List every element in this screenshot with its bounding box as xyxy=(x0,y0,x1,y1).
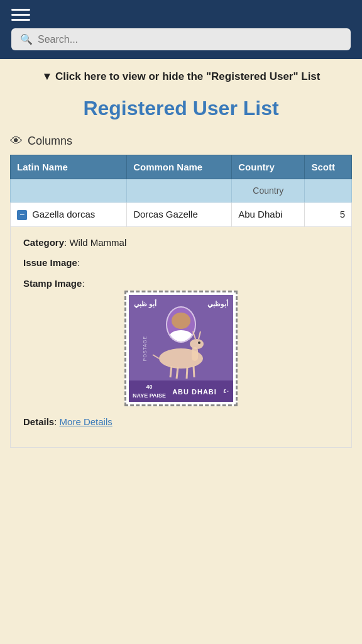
stamp-denomination: 40 xyxy=(146,384,153,390)
search-input[interactable] xyxy=(38,34,342,45)
col-header-scott: Scott xyxy=(305,155,352,179)
toggle-section[interactable]: ▼ Click here to view or hide the "Regist… xyxy=(10,59,352,91)
svg-line-4 xyxy=(199,331,200,339)
col-header-latin: Latin Name xyxy=(11,155,127,179)
stamp-arabic-denom: ٤٠ xyxy=(223,388,229,394)
search-icon: 🔍 xyxy=(20,33,33,45)
cell-common: Dorcas Gazelle xyxy=(127,202,232,226)
header: 🔍 xyxy=(0,0,362,59)
category-line: Category: Wild Mammal xyxy=(23,236,339,250)
menu-icon[interactable] xyxy=(11,9,30,21)
svg-point-2 xyxy=(190,339,204,349)
filter-country: Country xyxy=(232,179,305,202)
svg-line-8 xyxy=(194,366,194,377)
more-details-link[interactable]: More Details xyxy=(60,416,112,427)
category-label: Category xyxy=(23,237,64,248)
svg-line-5 xyxy=(170,366,172,377)
table-header-row: Latin Name Common Name Country Scott xyxy=(11,155,352,179)
details-label: Details xyxy=(23,416,54,427)
col-header-country: Country xyxy=(232,155,305,179)
svg-line-9 xyxy=(153,355,159,358)
stamp-image-line: Stamp Image: أبو ظبي أبوظبي POSTAGE xyxy=(23,277,339,407)
svg-line-7 xyxy=(187,367,187,379)
issue-image-label: Issue Image xyxy=(23,257,77,268)
detail-cell: Category: Wild Mammal Issue Image: Stamp… xyxy=(11,226,352,447)
collapse-icon[interactable]: − xyxy=(17,210,27,220)
columns-row: 👁 Columns xyxy=(10,130,352,155)
stamp-unit: NAYE PAISE xyxy=(133,392,166,399)
detail-row: Category: Wild Mammal Issue Image: Stamp… xyxy=(11,226,352,447)
data-table: Latin Name Common Name Country Scott Cou… xyxy=(10,155,352,448)
stamp-image: أبو ظبي أبوظبي POSTAGE xyxy=(129,295,233,402)
toggle-arrow: ▼ xyxy=(42,70,53,82)
stamp-image-label: Stamp Image xyxy=(23,278,82,289)
toggle-text: Click here to view or hide the "Register… xyxy=(55,70,320,82)
issue-image-line: Issue Image: xyxy=(23,256,339,270)
page-title: Registered User List xyxy=(10,91,352,130)
svg-point-10 xyxy=(198,341,200,344)
filter-row: Country xyxy=(11,179,352,202)
details-line: Details: More Details xyxy=(23,415,339,430)
latin-name-value: Gazella dorcas xyxy=(32,209,95,219)
cell-scott: 5 xyxy=(305,202,352,226)
stamp-country-label: ABU DHABI xyxy=(172,387,217,397)
svg-line-3 xyxy=(193,331,195,339)
col-header-common: Common Name xyxy=(127,155,232,179)
eye-icon[interactable]: 👁 xyxy=(10,134,23,148)
stamp-value-text: 40 NAYE PAISE xyxy=(133,383,166,400)
cell-latin: − Gazella dorcas xyxy=(11,202,127,226)
main-content: ▼ Click here to view or hide the "Regist… xyxy=(0,59,362,463)
filter-scott xyxy=(305,179,352,202)
portrait-head xyxy=(172,313,190,328)
search-bar: 🔍 xyxy=(11,28,351,50)
columns-label: Columns xyxy=(28,135,72,148)
stamp-arabic-value: ٤٠ xyxy=(223,387,229,396)
svg-rect-1 xyxy=(192,347,198,361)
gazelle-illustration xyxy=(140,328,222,386)
svg-line-6 xyxy=(177,367,178,379)
table-row: − Gazella dorcas Dorcas Gazelle Abu Dhab… xyxy=(11,202,352,226)
stamp-container: أبو ظبي أبوظبي POSTAGE xyxy=(124,291,238,406)
stamp-bottom-bar: 40 NAYE PAISE ABU DHABI ٤٠ xyxy=(129,380,233,402)
category-value: Wild Mammal xyxy=(69,237,126,248)
cell-country: Abu Dhabi xyxy=(232,202,305,226)
filter-common xyxy=(127,179,232,202)
filter-latin xyxy=(11,179,127,202)
